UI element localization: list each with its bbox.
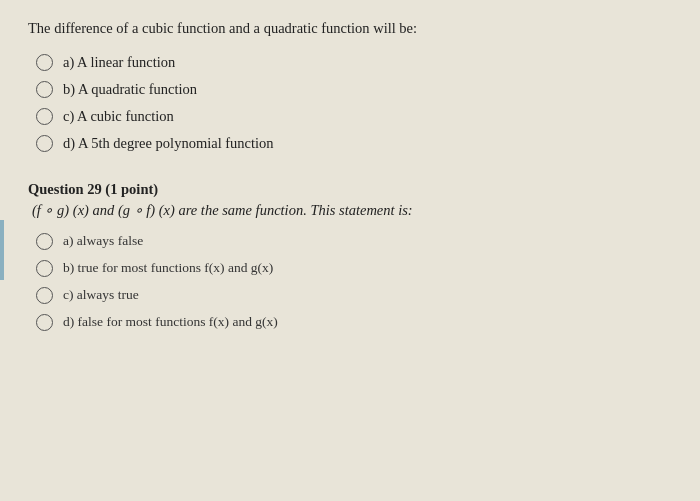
question-29-block: Question 29 (1 point) (f ∘ g) (x) and (g…	[28, 181, 672, 331]
question-29-header: Question 29 (1 point)	[28, 181, 672, 198]
radio-29b[interactable]	[36, 260, 53, 277]
option-28a-label: a) A linear function	[63, 54, 175, 71]
option-29c-row[interactable]: c) always true	[28, 287, 672, 304]
option-29b-row[interactable]: b) true for most functions f(x) and g(x)	[28, 260, 672, 277]
radio-28a[interactable]	[36, 54, 53, 71]
option-28d-row[interactable]: d) A 5th degree polynomial function	[28, 135, 672, 152]
radio-28d[interactable]	[36, 135, 53, 152]
page-container: The difference of a cubic function and a…	[0, 0, 700, 501]
option-28d-label: d) A 5th degree polynomial function	[63, 135, 274, 152]
option-28b-row[interactable]: b) A quadratic function	[28, 81, 672, 98]
option-29a-row[interactable]: a) always false	[28, 233, 672, 250]
option-28c-label: c) A cubic function	[63, 108, 174, 125]
option-28a-row[interactable]: a) A linear function	[28, 54, 672, 71]
radio-28c[interactable]	[36, 108, 53, 125]
question-28-text: The difference of a cubic function and a…	[28, 18, 672, 40]
question-29-formula: (f ∘ g) (x) and (g ∘ f) (x) are the same…	[28, 202, 672, 219]
radio-29c[interactable]	[36, 287, 53, 304]
left-accent-bar	[0, 220, 4, 280]
option-29d-label: d) false for most functions f(x) and g(x…	[63, 314, 278, 330]
option-29b-label: b) true for most functions f(x) and g(x)	[63, 260, 273, 276]
option-29c-label: c) always true	[63, 287, 139, 303]
radio-28b[interactable]	[36, 81, 53, 98]
option-28c-row[interactable]: c) A cubic function	[28, 108, 672, 125]
option-28b-label: b) A quadratic function	[63, 81, 197, 98]
option-29d-row[interactable]: d) false for most functions f(x) and g(x…	[28, 314, 672, 331]
option-29a-label: a) always false	[63, 233, 143, 249]
divider	[28, 166, 672, 167]
question-28-block: The difference of a cubic function and a…	[28, 18, 672, 152]
radio-29a[interactable]	[36, 233, 53, 250]
radio-29d[interactable]	[36, 314, 53, 331]
